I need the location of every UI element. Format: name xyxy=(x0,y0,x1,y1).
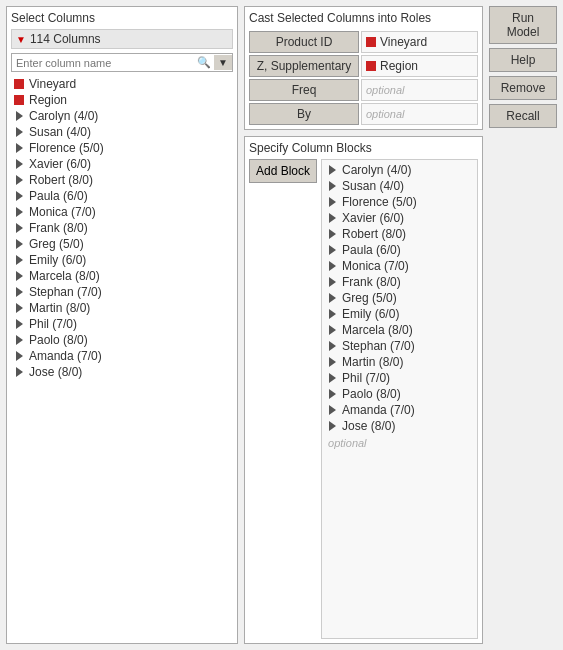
search-row: 🔍 ▼ xyxy=(11,53,233,72)
product-id-button[interactable]: Product ID xyxy=(249,31,359,53)
list-item[interactable]: Susan (4/0) xyxy=(11,124,233,140)
column-label: Paula (6/0) xyxy=(29,189,88,203)
triangle-icon xyxy=(329,197,336,207)
column-label: Phil (7/0) xyxy=(29,317,77,331)
list-item[interactable]: Stephan (7/0) xyxy=(11,284,233,300)
z-supplementary-button[interactable]: Z, Supplementary xyxy=(249,55,359,77)
cast-roles-title: Cast Selected Columns into Roles xyxy=(249,11,478,25)
list-item[interactable]: Susan (4/0) xyxy=(324,178,475,194)
triangle-icon xyxy=(16,239,23,249)
column-label: Vineyard xyxy=(29,77,76,91)
block-column-label: Jose (8/0) xyxy=(342,419,395,433)
list-item[interactable]: Monica (7/0) xyxy=(324,258,475,274)
list-item[interactable]: Stephan (7/0) xyxy=(324,338,475,354)
block-column-label: Frank (8/0) xyxy=(342,275,401,289)
triangle-icon xyxy=(16,175,23,185)
list-item[interactable]: Carolyn (4/0) xyxy=(324,162,475,178)
triangle-icon xyxy=(329,309,336,319)
list-item[interactable]: Emily (6/0) xyxy=(11,252,233,268)
list-item[interactable]: Amanda (7/0) xyxy=(324,402,475,418)
triangle-icon xyxy=(329,261,336,271)
column-label: Martin (8/0) xyxy=(29,301,90,315)
block-column-label: Paula (6/0) xyxy=(342,243,401,257)
triangle-icon xyxy=(16,159,23,169)
list-item[interactable]: Monica (7/0) xyxy=(11,204,233,220)
run-model-button[interactable]: Run Model xyxy=(489,6,557,44)
list-item[interactable]: Paolo (8/0) xyxy=(11,332,233,348)
list-item[interactable]: Martin (8/0) xyxy=(324,354,475,370)
column-label: Frank (8/0) xyxy=(29,221,88,235)
triangle-icon xyxy=(16,351,23,361)
list-item[interactable]: Emily (6/0) xyxy=(324,306,475,322)
freq-button[interactable]: Freq xyxy=(249,79,359,101)
triangle-icon xyxy=(16,367,23,377)
block-column-label: Greg (5/0) xyxy=(342,291,397,305)
column-list: VineyardRegionCarolyn (4/0)Susan (4/0)Fl… xyxy=(11,76,233,639)
list-item[interactable]: Frank (8/0) xyxy=(11,220,233,236)
help-button[interactable]: Help xyxy=(489,48,557,72)
column-label: Paolo (8/0) xyxy=(29,333,88,347)
cast-roles-panel: Cast Selected Columns into Roles Product… xyxy=(244,6,483,130)
list-item[interactable]: Paula (6/0) xyxy=(11,188,233,204)
vineyard-bar-icon xyxy=(366,37,376,47)
triangle-icon xyxy=(16,255,23,265)
list-item[interactable]: Paula (6/0) xyxy=(324,242,475,258)
search-button[interactable]: 🔍 xyxy=(194,54,214,71)
triangle-icon xyxy=(16,223,23,233)
list-item[interactable]: Greg (5/0) xyxy=(324,290,475,306)
specify-blocks-title: Specify Column Blocks xyxy=(249,141,478,155)
triangle-icon xyxy=(16,127,23,137)
block-column-label: Stephan (7/0) xyxy=(342,339,415,353)
right-panel: Run Model Help Remove Recall xyxy=(489,6,557,644)
bar-icon xyxy=(14,95,24,105)
list-item[interactable]: Jose (8/0) xyxy=(11,364,233,380)
list-item[interactable]: Paolo (8/0) xyxy=(324,386,475,402)
list-item[interactable]: Xavier (6/0) xyxy=(11,156,233,172)
region-bar-icon xyxy=(366,61,376,71)
vineyard-label: Vineyard xyxy=(380,35,427,49)
list-item[interactable]: Phil (7/0) xyxy=(11,316,233,332)
remove-button[interactable]: Remove xyxy=(489,76,557,100)
list-item[interactable]: Marcela (8/0) xyxy=(324,322,475,338)
list-item[interactable]: Amanda (7/0) xyxy=(11,348,233,364)
list-item[interactable]: Robert (8/0) xyxy=(11,172,233,188)
column-label: Stephan (7/0) xyxy=(29,285,102,299)
list-item[interactable]: Marcela (8/0) xyxy=(11,268,233,284)
search-input[interactable] xyxy=(12,55,194,71)
add-block-button[interactable]: Add Block xyxy=(249,159,317,183)
column-label: Susan (4/0) xyxy=(29,125,91,139)
select-columns-panel: Select Columns ▼ 114 Columns 🔍 ▼ Vineyar… xyxy=(6,6,238,644)
blocks-list: Carolyn (4/0)Susan (4/0)Florence (5/0)Xa… xyxy=(321,159,478,639)
list-item[interactable]: Greg (5/0) xyxy=(11,236,233,252)
list-item[interactable]: Phil (7/0) xyxy=(324,370,475,386)
triangle-icon xyxy=(329,357,336,367)
by-role-value: optional xyxy=(361,103,478,125)
triangle-icon xyxy=(16,191,23,201)
column-label: Robert (8/0) xyxy=(29,173,93,187)
list-item[interactable]: Region xyxy=(11,92,233,108)
list-item[interactable]: Florence (5/0) xyxy=(324,194,475,210)
triangle-icon xyxy=(329,405,336,415)
list-item[interactable]: Martin (8/0) xyxy=(11,300,233,316)
region-role-value: Region xyxy=(361,55,478,77)
triangle-icon xyxy=(329,277,336,287)
column-label: Monica (7/0) xyxy=(29,205,96,219)
triangle-icon xyxy=(329,325,336,335)
by-button[interactable]: By xyxy=(249,103,359,125)
list-item[interactable]: Jose (8/0) xyxy=(324,418,475,434)
column-label: Florence (5/0) xyxy=(29,141,104,155)
triangle-icon xyxy=(329,389,336,399)
search-dropdown-button[interactable]: ▼ xyxy=(214,55,232,70)
recall-button[interactable]: Recall xyxy=(489,104,557,128)
list-item[interactable]: Florence (5/0) xyxy=(11,140,233,156)
dropdown-arrow-icon: ▼ xyxy=(16,34,26,45)
list-item[interactable]: Frank (8/0) xyxy=(324,274,475,290)
list-item[interactable]: Carolyn (4/0) xyxy=(11,108,233,124)
list-item[interactable]: Xavier (6/0) xyxy=(324,210,475,226)
freq-role-value: optional xyxy=(361,79,478,101)
block-column-label: Marcela (8/0) xyxy=(342,323,413,337)
specify-blocks-panel: Specify Column Blocks Add Block Carolyn … xyxy=(244,136,483,644)
triangle-icon xyxy=(16,335,23,345)
list-item[interactable]: Robert (8/0) xyxy=(324,226,475,242)
list-item[interactable]: Vineyard xyxy=(11,76,233,92)
